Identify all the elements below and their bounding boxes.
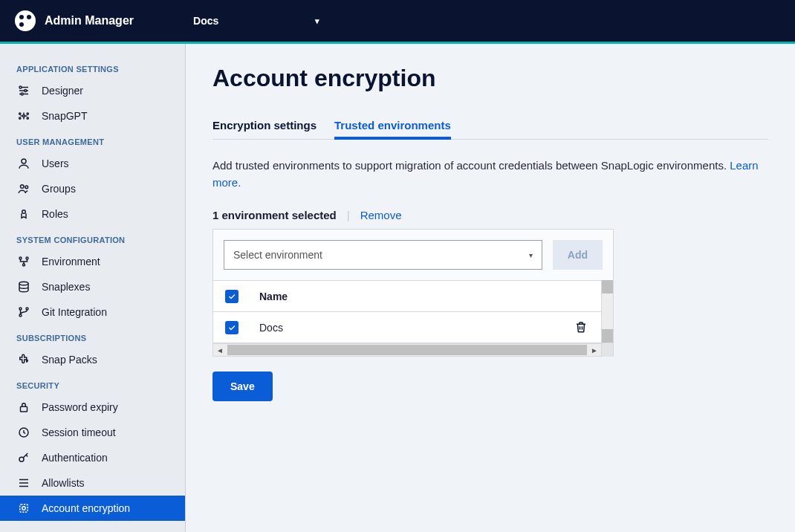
- sidebar: APPLICATION SETTINGS Designer SnapGPT US…: [0, 44, 186, 532]
- list-icon: [16, 476, 31, 490]
- row-name: Docs: [259, 322, 574, 334]
- sidebar-item-users[interactable]: Users: [0, 151, 185, 176]
- sparkle-icon: [16, 108, 31, 123]
- tab-trusted-environments[interactable]: Trusted environments: [334, 111, 451, 139]
- sidebar-item-roles[interactable]: Roles: [0, 201, 185, 227]
- svg-point-13: [26, 257, 28, 259]
- sidebar-item-authentication[interactable]: Authentication: [0, 445, 185, 470]
- section-title-security: SECURITY: [0, 372, 185, 395]
- sidebar-item-snappacks[interactable]: Snap Packs: [0, 347, 185, 372]
- sidebar-item-label: Roles: [42, 208, 68, 220]
- badge-icon: [16, 207, 31, 221]
- vertical-scrollbar[interactable]: [601, 280, 613, 343]
- save-button[interactable]: Save: [212, 372, 273, 401]
- sidebar-item-account-encryption[interactable]: Account encryption: [0, 496, 185, 521]
- svg-point-17: [19, 314, 22, 317]
- svg-point-10: [25, 186, 28, 189]
- svg-point-1: [25, 90, 27, 92]
- svg-point-9: [21, 185, 25, 189]
- horizontal-scrollbar[interactable]: ◄ ►: [212, 343, 614, 357]
- select-all-checkbox[interactable]: [225, 290, 238, 303]
- svg-point-2: [21, 93, 23, 95]
- chevron-down-icon: ▾: [315, 16, 319, 26]
- sidebar-item-environment[interactable]: Environment: [0, 249, 185, 274]
- logo: [15, 10, 36, 31]
- sidebar-item-label: Groups: [42, 183, 76, 195]
- svg-point-23: [22, 507, 26, 510]
- sidebar-item-label: Authentication: [42, 452, 108, 464]
- sidebar-item-allowlists[interactable]: Allowlists: [0, 470, 185, 496]
- selection-count: 1 environment selected: [212, 209, 337, 221]
- scroll-right-arrow[interactable]: ►: [588, 343, 601, 357]
- sliders-icon: [16, 83, 31, 98]
- description-text: Add trusted environments to support migr…: [212, 159, 730, 172]
- select-placeholder: Select environment: [233, 249, 322, 261]
- svg-rect-19: [21, 406, 27, 412]
- sidebar-item-groups[interactable]: Groups: [0, 176, 185, 201]
- svg-point-21: [19, 457, 24, 461]
- section-title-system: SYSTEM CONFIGURATION: [0, 227, 185, 249]
- page-description: Add trusted environments to support migr…: [212, 158, 768, 191]
- sidebar-item-label: Git Integration: [42, 306, 107, 318]
- add-button[interactable]: Add: [553, 240, 603, 270]
- svg-point-8: [22, 159, 26, 163]
- sidebar-item-label: SnapGPT: [42, 110, 87, 122]
- chevron-down-icon: ▾: [529, 251, 533, 259]
- section-title-subs: SUBSCRIPTIONS: [0, 325, 185, 347]
- svg-point-7: [27, 117, 28, 119]
- selection-bar: 1 environment selected | Remove: [212, 209, 768, 221]
- table-row: Docs: [213, 311, 601, 343]
- delete-row-button[interactable]: [574, 320, 589, 335]
- sidebar-item-designer[interactable]: Designer: [0, 78, 185, 103]
- svg-rect-22: [20, 505, 28, 513]
- user-icon: [16, 156, 31, 171]
- sidebar-item-password-expiry[interactable]: Password expiry: [0, 395, 185, 420]
- sidebar-item-label: Snap Packs: [42, 354, 97, 366]
- section-title-app: APPLICATION SETTINGS: [0, 56, 185, 78]
- trusted-env-panel: Select environment ▾ Add Name Docs: [212, 229, 614, 343]
- tabs: Encryption settings Trusted environments: [212, 111, 768, 140]
- svg-point-16: [19, 308, 22, 310]
- org-selector-label: Docs: [193, 15, 218, 27]
- sidebar-item-label: Environment: [42, 256, 100, 267]
- svg-point-12: [19, 257, 22, 259]
- branch-icon: [16, 305, 31, 319]
- svg-point-5: [27, 113, 28, 114]
- svg-point-11: [22, 210, 26, 214]
- sidebar-item-label: Users: [42, 158, 69, 169]
- svg-point-6: [19, 117, 21, 119]
- key-icon: [16, 450, 31, 465]
- svg-point-14: [23, 264, 25, 266]
- sidebar-item-git[interactable]: Git Integration: [0, 299, 185, 325]
- users-icon: [16, 181, 31, 196]
- row-checkbox[interactable]: [225, 321, 238, 334]
- svg-point-0: [19, 86, 22, 88]
- svg-point-15: [19, 282, 28, 285]
- lock-icon: [16, 400, 31, 415]
- brand-name: Admin Manager: [45, 14, 134, 27]
- puzzle-icon: [16, 352, 31, 367]
- sidebar-item-snapgpt[interactable]: SnapGPT: [0, 103, 185, 129]
- table-header-row: Name: [213, 280, 601, 311]
- shield-icon: [16, 501, 31, 516]
- app-header: Admin Manager Docs ▾: [0, 0, 795, 42]
- sidebar-item-snaplexes[interactable]: Snaplexes: [0, 274, 185, 299]
- svg-point-3: [23, 115, 25, 117]
- page-title: Account encryption: [212, 65, 768, 92]
- main-content: Account encryption Encryption settings T…: [186, 44, 795, 532]
- section-title-user: USER MANAGEMENT: [0, 129, 185, 151]
- svg-point-18: [26, 308, 28, 310]
- scroll-left-arrow[interactable]: ◄: [213, 343, 227, 357]
- sidebar-item-label: Designer: [42, 85, 83, 97]
- divider: |: [347, 209, 350, 221]
- sidebar-item-label: Account encryption: [42, 502, 130, 514]
- tab-encryption-settings[interactable]: Encryption settings: [212, 111, 317, 139]
- stack-icon: [16, 279, 31, 294]
- sidebar-item-session-timeout[interactable]: Session timeout: [0, 420, 185, 445]
- sidebar-item-label: Allowlists: [42, 477, 85, 489]
- org-selector[interactable]: Docs ▾: [193, 15, 319, 27]
- clock-icon: [16, 425, 31, 440]
- sidebar-item-label: Snaplexes: [42, 281, 90, 293]
- environment-select[interactable]: Select environment ▾: [224, 240, 542, 270]
- remove-link[interactable]: Remove: [360, 209, 402, 221]
